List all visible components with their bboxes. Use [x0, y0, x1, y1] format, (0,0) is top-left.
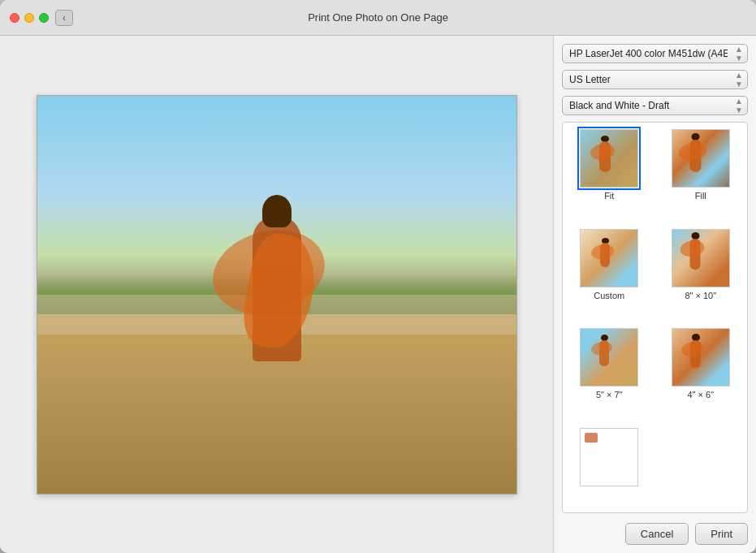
traffic-lights [10, 13, 49, 23]
thumbnail-fill[interactable]: Fill [658, 126, 745, 221]
thumbnail-5x7-image [580, 328, 638, 387]
thumbnail-custom[interactable]: Custom [566, 226, 653, 321]
thumbnail-4x6-label: 4" × 6" [687, 390, 714, 400]
thumbnails-wrapper: Fit Fil [562, 122, 748, 513]
photo-panel [0, 36, 553, 553]
thumbnail-custom-label: Custom [594, 291, 624, 300]
blank-photo [581, 429, 637, 486]
paper-dropdown[interactable]: US Letter [562, 70, 748, 89]
titlebar: ‹ Print One Photo on One Page [0, 0, 756, 36]
thumbnail-blank-image [580, 428, 638, 486]
button-row: Cancel Print [562, 520, 748, 545]
minimize-button[interactable] [24, 13, 34, 23]
thumbnail-8x10-label: 8" × 10" [685, 291, 716, 300]
thumbnail-4x6[interactable]: 4" × 6" [658, 325, 745, 420]
print-button[interactable]: Print [695, 523, 748, 545]
thumbnail-5x7[interactable]: 5" × 7" [566, 325, 653, 420]
thumbnail-fill-label: Fill [695, 191, 706, 201]
maximize-button[interactable] [39, 13, 49, 23]
photo-container [37, 95, 517, 495]
custom-photo [581, 230, 637, 287]
4x6-photo [672, 329, 729, 386]
main-content: HP LaserJet 400 color M451dw (A4E7C1) ▲▼… [0, 36, 756, 553]
printer-row: HP LaserJet 400 color M451dw (A4E7C1) ▲▼ [562, 44, 748, 63]
thumbnail-blank[interactable] [566, 425, 653, 510]
thumbnail-fill-image [672, 129, 730, 188]
thumbnail-5x7-label: 5" × 7" [596, 390, 623, 400]
thumbnail-fit-image [580, 129, 638, 188]
close-button[interactable] [10, 13, 19, 23]
paper-row: US Letter ▲▼ [562, 70, 748, 89]
back-button[interactable]: ‹ [55, 10, 73, 26]
thumbnail-8x10-image [672, 229, 730, 287]
fill-photo [672, 130, 729, 187]
quality-row: Black and White - Draft ▲▼ [562, 96, 748, 115]
thumbnail-8x10[interactable]: 8" × 10" [658, 226, 745, 321]
paper-dropdown-wrapper: US Letter ▲▼ [562, 70, 748, 89]
8x10-photo [672, 230, 729, 287]
thumbnail-fit-label: Fit [604, 191, 614, 201]
5x7-photo [581, 329, 637, 386]
photo-background [37, 96, 516, 494]
print-dialog-window: ‹ Print One Photo on One Page [0, 0, 756, 553]
right-panel: HP LaserJet 400 color M451dw (A4E7C1) ▲▼… [553, 36, 756, 553]
window-title: Print One Photo on One Page [308, 11, 448, 24]
thumbnail-fit[interactable]: Fit [566, 126, 653, 221]
printer-dropdown[interactable]: HP LaserJet 400 color M451dw (A4E7C1) [562, 44, 748, 63]
thumbnail-4x6-image [672, 328, 730, 387]
back-icon: ‹ [63, 12, 66, 24]
quality-dropdown[interactable]: Black and White - Draft [562, 96, 748, 115]
fit-photo [581, 130, 637, 187]
quality-dropdown-wrapper: Black and White - Draft ▲▼ [562, 96, 748, 115]
photo-preview [37, 96, 516, 494]
printer-dropdown-wrapper: HP LaserJet 400 color M451dw (A4E7C1) ▲▼ [562, 44, 748, 63]
cancel-button[interactable]: Cancel [625, 523, 689, 545]
thumbnail-grid: Fit Fil [562, 122, 748, 513]
thumbnail-custom-image [580, 229, 638, 287]
